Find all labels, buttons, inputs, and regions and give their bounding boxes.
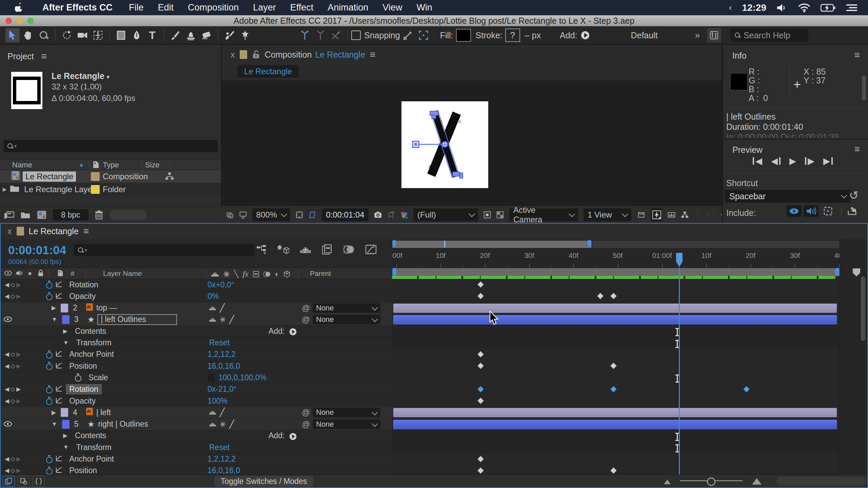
timeline-row-track[interactable] [392, 349, 840, 361]
layer-duration-bar[interactable] [393, 315, 837, 325]
timeline-row-track[interactable] [392, 407, 840, 419]
keyframe-nav[interactable]: ◀◇▶ [5, 363, 22, 370]
interpret-footage-icon[interactable] [4, 210, 14, 219]
timeline-tab-name[interactable]: Le Rectangle [29, 226, 79, 236]
layer-switches[interactable]: ╱ [209, 408, 224, 417]
current-timecode[interactable]: 0:00:01:04 [8, 243, 66, 257]
layer-switches[interactable]: ╱ [209, 420, 234, 429]
flowchart-icon[interactable] [681, 210, 689, 219]
property-name[interactable]: Scale [85, 372, 112, 383]
stroke-width-value[interactable]: – px [525, 30, 541, 40]
keyframe-nav[interactable]: ◀◇▶ [5, 455, 22, 463]
layer-name[interactable]: | left Outlines [97, 314, 177, 325]
flowchart-mini-icon[interactable] [165, 172, 174, 180]
layer-label-swatch[interactable] [61, 408, 68, 417]
menu-item-composition[interactable]: Composition [181, 2, 246, 13]
graph-icon[interactable] [56, 454, 62, 464]
snap-option-1-button[interactable] [401, 28, 415, 42]
timeline-row-left[interactable]: ◀◇▶Anchor Point1,2,12,2 [0, 453, 392, 465]
previous-frame-button[interactable]: ◀ [771, 157, 781, 165]
stopwatch-icon[interactable] [46, 292, 53, 300]
eraser-tool-button[interactable] [199, 28, 214, 42]
keyframe-nav[interactable]: ◀◇▶ [5, 281, 22, 288]
stopwatch-icon[interactable] [75, 373, 82, 382]
new-composition-icon[interactable] [37, 210, 47, 220]
property-value[interactable]: 100,0,100,0% [218, 373, 267, 382]
timeline-row-track[interactable] [392, 372, 840, 384]
keyframe-diamond[interactable] [477, 351, 484, 357]
layer-switches[interactable]: ╱ [209, 303, 224, 313]
magnification-dropdown[interactable]: 800% [252, 208, 290, 221]
keyframe-diamond[interactable] [477, 467, 484, 473]
roto-brush-tool-button[interactable] [222, 28, 237, 42]
timeline-horizontal-scrollbar[interactable] [776, 476, 866, 486]
expand-layer-icon[interactable]: ▶ [52, 409, 56, 416]
timeline-row-left[interactable]: ◀◇▶Rotation0x-21,0° [0, 384, 392, 395]
include-video-toggle[interactable] [787, 205, 802, 217]
channel-rgb-icon[interactable] [400, 210, 408, 220]
graph-icon[interactable] [56, 292, 62, 301]
pen-tool-button[interactable] [130, 28, 144, 42]
property-value[interactable]: 16,0,16,0 [208, 362, 240, 371]
info-scrollbar[interactable] [862, 75, 866, 101]
timeline-row-left[interactable]: ▶ContentsAdd: [0, 325, 392, 337]
column-name[interactable]: Name [12, 161, 32, 169]
group-name[interactable]: Contents [75, 327, 106, 336]
timeline-row-left[interactable]: ▶ContentsAdd: [0, 430, 392, 442]
timeline-row-track[interactable] [392, 430, 840, 442]
fast-previews-button[interactable] [651, 208, 662, 222]
bit-depth-button[interactable]: 8 bpc [53, 209, 88, 221]
preview-tab[interactable]: Preview [732, 145, 763, 155]
viewer-panel-menu-icon[interactable]: ≡ [370, 49, 375, 60]
parent-pickwhip-icon[interactable]: @ [302, 315, 310, 324]
graph-icon[interactable] [56, 466, 62, 475]
menu-clock[interactable]: 12:29 [742, 2, 766, 13]
add-shape-icon[interactable] [289, 431, 297, 441]
volume-icon[interactable] [776, 3, 788, 13]
keyframe-diamond[interactable] [597, 293, 603, 299]
graph-editor-icon[interactable] [365, 244, 377, 255]
property-value[interactable]: 1,2,12,2 [208, 350, 236, 359]
property-name[interactable]: Opacity [66, 291, 99, 302]
property-value[interactable]: 0x+0,0° [208, 280, 234, 289]
menu-item-file[interactable]: File [122, 2, 151, 13]
eye-toggle[interactable] [3, 420, 15, 429]
column-type[interactable]: Type [103, 161, 119, 169]
keyframe-diamond[interactable] [610, 467, 616, 473]
layer-name[interactable]: right | Outlines [98, 420, 148, 429]
project-item-name[interactable]: Le Rectangle Layers [22, 184, 102, 195]
timeline-row-left[interactable]: ▼TransformReset [0, 337, 392, 349]
timeline-row-left[interactable]: ◀◇▶Rotation0x+0,0° [0, 279, 392, 291]
timeline-row-track[interactable] [392, 442, 840, 453]
text-tool-button[interactable]: T [145, 28, 159, 42]
expand-layer-icon[interactable]: ▼ [52, 421, 57, 428]
go-to-start-button[interactable]: ◀ [753, 157, 762, 165]
parent-pickwhip-icon[interactable]: @ [302, 408, 310, 417]
sort-ascending-icon[interactable]: ▲ [79, 162, 84, 168]
navigator-start-handle[interactable] [392, 240, 396, 247]
timeline-row-left[interactable]: ▼3★| left Outlines╱@None [0, 314, 392, 326]
workspace-settings-button[interactable] [707, 28, 721, 42]
label-swatch[interactable] [91, 172, 100, 181]
timeline-row-left[interactable]: ◀◇▶Opacity0% [0, 290, 392, 302]
parent-pickwhip-icon[interactable]: @ [302, 303, 310, 313]
keyframe-diamond[interactable] [610, 363, 616, 369]
composition-tab-label[interactable]: Composition [265, 50, 312, 60]
keyframe-diamond[interactable] [477, 281, 484, 287]
next-frame-button[interactable]: ▶ [805, 157, 814, 165]
menu-back-chevron[interactable]: ‹ [729, 2, 732, 13]
view-axis-mode-button[interactable] [329, 28, 343, 42]
stopwatch-icon[interactable] [46, 455, 53, 463]
expand-layer-switches-button[interactable] [3, 476, 15, 487]
fill-label[interactable]: Fill: [440, 30, 453, 40]
rotation-tool-button[interactable] [60, 28, 74, 42]
notification-list-icon[interactable] [846, 3, 858, 12]
layer-label-swatch[interactable] [61, 304, 68, 312]
timeline-row-track[interactable] [392, 384, 840, 395]
help-search-box[interactable]: Search Help [731, 29, 808, 42]
zoom-slider-knob[interactable] [707, 477, 715, 486]
expand-folder-icon[interactable]: ▶ [3, 186, 7, 192]
parent-column-label[interactable]: Parent [310, 269, 331, 278]
include-audio-toggle[interactable] [804, 205, 818, 217]
zoom-tool-button[interactable] [37, 28, 51, 42]
